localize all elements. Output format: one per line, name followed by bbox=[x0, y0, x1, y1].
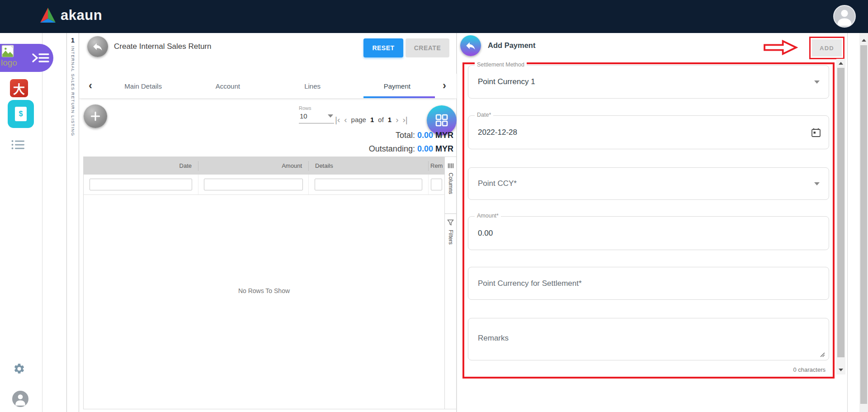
total-value: 0.00 bbox=[417, 131, 433, 140]
rows-dropdown-icon bbox=[328, 114, 333, 118]
current-page-number: 1 bbox=[370, 116, 374, 123]
settlement-method-label: Settlement Method bbox=[475, 62, 527, 68]
menu-expand-icon[interactable] bbox=[32, 51, 50, 65]
next-page-button[interactable]: › bbox=[396, 115, 398, 124]
vertical-tab-index: 1 bbox=[67, 36, 79, 44]
panel-scrollbar[interactable] bbox=[836, 59, 845, 374]
sidebar-listing-icon[interactable] bbox=[11, 140, 25, 150]
logo-placeholder-text: logo bbox=[1, 58, 17, 68]
annotation-box-add: ADD bbox=[809, 37, 844, 59]
column-header-details[interactable]: Details bbox=[308, 161, 428, 171]
columns-tab-label: Columns bbox=[448, 173, 454, 194]
table-side-tool-panel: Columns Filters bbox=[445, 156, 457, 409]
reset-button[interactable]: RESET bbox=[363, 38, 403, 57]
calendar-icon[interactable] bbox=[811, 127, 821, 138]
pagination: |‹ ‹ page 1 of 1 › ›| bbox=[335, 114, 408, 125]
page-title: Create Internal Sales Return bbox=[114, 42, 211, 51]
sidebar-app-billing-icon[interactable]: $ bbox=[8, 100, 34, 128]
amount-field[interactable]: Amount* 0.00 bbox=[468, 216, 829, 250]
tab-payment[interactable]: Payment bbox=[355, 74, 439, 99]
panel-scrollbar-thumb[interactable] bbox=[837, 68, 844, 357]
tab-lines[interactable]: Lines bbox=[270, 74, 355, 99]
app-window: akaun logo bbox=[0, 0, 868, 412]
outstanding-value: 0.00 bbox=[417, 144, 433, 153]
character-count: 0 characters bbox=[793, 366, 826, 373]
broken-image-icon bbox=[1, 45, 14, 57]
tabs-scroll-right-icon[interactable]: › bbox=[439, 79, 450, 92]
total-pages-number: 1 bbox=[388, 116, 392, 123]
scroll-down-icon[interactable] bbox=[839, 369, 843, 371]
tab-main-details[interactable]: Main Details bbox=[101, 74, 185, 99]
page-scrollbar[interactable] bbox=[859, 33, 868, 412]
point-currency-settlement-field[interactable]: Point Currency for Settlement* bbox=[468, 267, 829, 300]
annotation-arrow-icon bbox=[763, 40, 798, 55]
back-button[interactable] bbox=[87, 36, 108, 57]
page-scrollbar-thumb[interactable] bbox=[860, 45, 867, 404]
date-value: 2022-12-28 bbox=[478, 128, 517, 137]
filter-input-remarks[interactable] bbox=[431, 179, 442, 190]
scroll-up-icon[interactable] bbox=[862, 39, 866, 42]
total-label: Total: bbox=[396, 131, 415, 140]
column-header-amount[interactable]: Amount bbox=[198, 161, 308, 171]
back-arrow-icon bbox=[465, 40, 476, 52]
total-currency: MYR bbox=[435, 131, 453, 140]
add-row-button[interactable] bbox=[84, 104, 107, 128]
last-page-button[interactable]: ›| bbox=[403, 115, 408, 124]
rows-per-page-select[interactable]: Rows 10 bbox=[299, 105, 334, 123]
left-sidebar: logo 大 $ bbox=[0, 33, 42, 412]
filter-input-amount[interactable] bbox=[204, 179, 303, 190]
panel-back-button[interactable] bbox=[460, 35, 481, 56]
remarks-textarea[interactable]: Remarks bbox=[468, 318, 829, 360]
columns-icon bbox=[448, 162, 454, 169]
point-currency-settlement-placeholder: Point Currency for Settlement* bbox=[478, 279, 582, 288]
columns-tool-tab[interactable]: Columns bbox=[445, 157, 456, 214]
date-field[interactable]: Date* 2022-12-28 bbox=[468, 115, 829, 149]
vertical-tab-internal-sales-return-listing[interactable]: 1 INTERNAL SALES RETURN LISTING bbox=[66, 33, 79, 412]
page-word: page bbox=[351, 116, 366, 123]
workspace-logo-pill[interactable]: logo bbox=[0, 44, 53, 72]
user-avatar[interactable] bbox=[833, 5, 856, 28]
tabs-scroll-left-icon[interactable]: ‹ bbox=[85, 79, 96, 92]
filter-input-details[interactable] bbox=[315, 179, 422, 190]
filters-tool-tab[interactable]: Filters bbox=[445, 214, 456, 269]
point-ccy-select[interactable]: Point CCY* bbox=[468, 167, 829, 200]
empty-table-message: No Rows To Show bbox=[84, 287, 444, 294]
tab-account[interactable]: Account bbox=[185, 74, 270, 99]
scroll-up-icon[interactable] bbox=[839, 62, 843, 65]
outstanding-currency: MYR bbox=[435, 144, 453, 153]
back-arrow-icon bbox=[92, 41, 104, 52]
filters-tab-label: Filters bbox=[448, 230, 454, 245]
table-filter-row bbox=[84, 175, 444, 195]
rows-value: 10 bbox=[300, 112, 307, 120]
sidebar-profile-icon[interactable] bbox=[12, 391, 28, 407]
date-label: Date* bbox=[475, 112, 493, 118]
brand-logo: akaun bbox=[39, 6, 102, 24]
prev-page-button[interactable]: ‹ bbox=[344, 115, 347, 124]
amount-value: 0.00 bbox=[478, 229, 493, 238]
plus-icon bbox=[90, 110, 101, 122]
of-word: of bbox=[378, 116, 384, 123]
filter-input-date[interactable] bbox=[90, 179, 193, 190]
dropdown-arrow-icon bbox=[814, 182, 820, 185]
first-page-button[interactable]: |‹ bbox=[335, 115, 340, 124]
panel-title: Add Payment bbox=[488, 41, 535, 50]
settings-gear-icon[interactable] bbox=[13, 363, 25, 375]
dropdown-arrow-icon bbox=[814, 81, 820, 84]
total-amount: Total: 0.00 MYR bbox=[396, 131, 453, 140]
column-header-date[interactable]: Date bbox=[84, 162, 198, 169]
settlement-method-value: Point Currency 1 bbox=[478, 77, 535, 86]
da-glyph: 大 bbox=[13, 80, 25, 97]
settlement-method-select[interactable]: Settlement Method Point Currency 1 bbox=[468, 65, 829, 99]
add-payment-panel: Add Payment ADD Settlement Method Point … bbox=[457, 33, 848, 412]
top-navbar: akaun bbox=[0, 0, 868, 33]
resize-handle-icon[interactable] bbox=[820, 352, 825, 357]
add-payment-button[interactable]: ADD bbox=[812, 39, 842, 57]
table-header-row: Date Amount Details Rem bbox=[84, 157, 444, 175]
sidebar-app-da-icon[interactable]: 大 bbox=[10, 79, 28, 97]
filter-funnel-icon bbox=[447, 219, 454, 226]
akaun-triangle-icon bbox=[39, 6, 57, 24]
create-button[interactable]: CREATE bbox=[406, 38, 449, 57]
grid-icon bbox=[434, 113, 449, 128]
amount-label: Amount* bbox=[475, 213, 501, 219]
column-header-remarks[interactable]: Rem bbox=[428, 161, 444, 171]
